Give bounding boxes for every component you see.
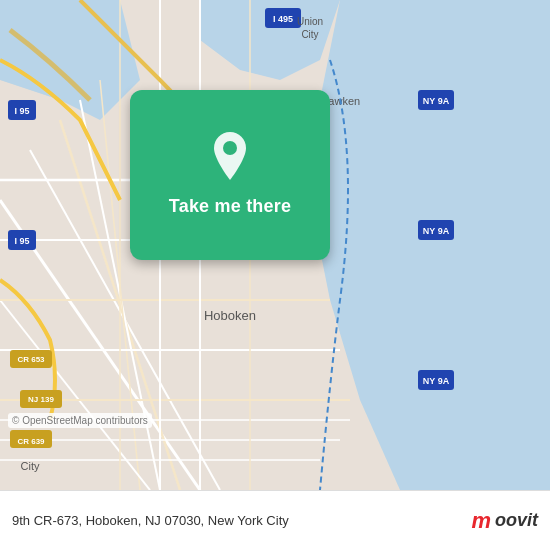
bottom-bar: 9th CR-673, Hoboken, NJ 07030, New York … [0,490,550,550]
svg-text:NJ 139: NJ 139 [28,395,54,404]
svg-text:Hoboken: Hoboken [204,308,256,323]
svg-text:I 495: I 495 [273,14,293,24]
map-container: I 95 I 95 NY 9A NY 9A NY 9A I 495 CR 653… [0,0,550,490]
svg-text:City: City [301,29,318,40]
svg-text:NY 9A: NY 9A [423,376,450,386]
take-me-there-button[interactable]: Take me there [161,192,299,221]
moovit-m-letter: m [471,508,491,534]
moovit-rest-word: oovit [495,510,538,531]
svg-text:Union: Union [297,16,323,27]
svg-text:CR 653: CR 653 [17,355,45,364]
svg-text:CR 639: CR 639 [17,437,45,446]
svg-text:I 95: I 95 [14,106,29,116]
svg-text:NY 9A: NY 9A [423,226,450,236]
moovit-logo: m oovit [471,508,538,534]
address-text: 9th CR-673, Hoboken, NJ 07030, New York … [12,513,289,528]
svg-point-45 [223,141,237,155]
copyright-text: © OpenStreetMap contributors [8,413,152,428]
location-card: Take me there [130,90,330,260]
map-pin-icon [208,130,252,182]
svg-text:NY 9A: NY 9A [423,96,450,106]
svg-text:City: City [21,460,40,472]
svg-text:I 95: I 95 [14,236,29,246]
